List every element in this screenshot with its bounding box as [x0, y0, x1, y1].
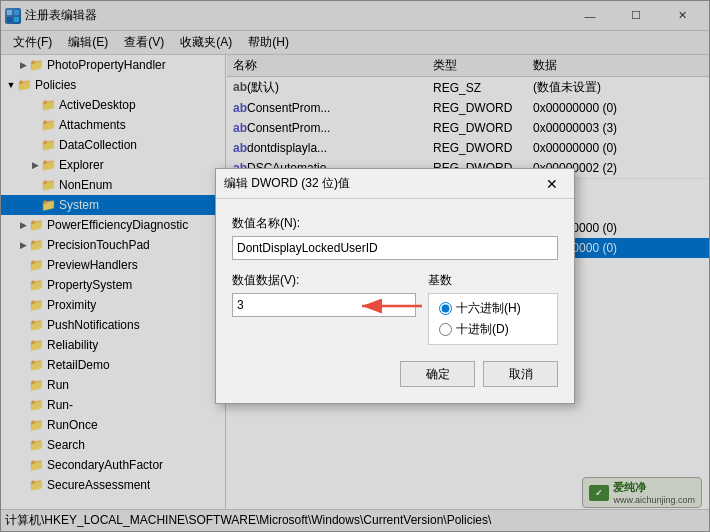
- dialog-close-button[interactable]: ✕: [538, 173, 566, 195]
- dialog-buttons: 确定 取消: [232, 361, 558, 387]
- radio-hex[interactable]: 十六进制(H): [439, 300, 547, 317]
- radio-hex-input[interactable]: [439, 302, 452, 315]
- name-label: 数值名称(N):: [232, 215, 558, 232]
- dialog-titlebar: 编辑 DWORD (32 位)值 ✕: [216, 169, 574, 199]
- ok-button[interactable]: 确定: [400, 361, 475, 387]
- dialog-overlay: 编辑 DWORD (32 位)值 ✕ 数值名称(N): 数值数据(V):: [0, 0, 710, 532]
- dialog-body: 数值名称(N): 数值数据(V):: [216, 199, 574, 403]
- dialog-title: 编辑 DWORD (32 位)值: [224, 175, 538, 192]
- value-input-wrapper: [232, 293, 416, 317]
- base-group: 基数 十六进制(H) 十进制(D): [428, 272, 558, 345]
- dialog-data-row: 数值数据(V):: [232, 272, 558, 345]
- radio-dec-label: 十进制(D): [456, 321, 509, 338]
- base-label: 基数: [428, 272, 558, 289]
- radio-group: 十六进制(H) 十进制(D): [428, 293, 558, 345]
- radio-hex-label: 十六进制(H): [456, 300, 521, 317]
- data-label: 数值数据(V):: [232, 272, 416, 289]
- cancel-button[interactable]: 取消: [483, 361, 558, 387]
- value-group: 数值数据(V):: [232, 272, 416, 317]
- radio-dec-input[interactable]: [439, 323, 452, 336]
- dword-dialog: 编辑 DWORD (32 位)值 ✕ 数值名称(N): 数值数据(V):: [215, 168, 575, 404]
- name-input[interactable]: [232, 236, 558, 260]
- radio-dec[interactable]: 十进制(D): [439, 321, 547, 338]
- value-input[interactable]: [232, 293, 416, 317]
